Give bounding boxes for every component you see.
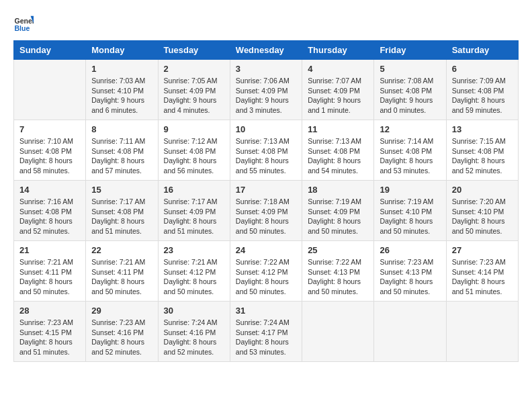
calendar-cell: 22Sunrise: 7:21 AMSunset: 4:11 PMDayligh… (86, 241, 158, 302)
day-info: Sunrise: 7:23 AMSunset: 4:14 PMDaylight:… (452, 257, 513, 297)
day-info: Sunrise: 7:03 AMSunset: 4:10 PMDaylight:… (91, 76, 152, 116)
calendar-cell: 27Sunrise: 7:23 AMSunset: 4:14 PMDayligh… (446, 241, 518, 302)
day-number: 25 (308, 245, 368, 255)
calendar-cell: 1Sunrise: 7:03 AMSunset: 4:10 PMDaylight… (86, 60, 158, 120)
day-number: 11 (308, 124, 368, 134)
calendar-cell (374, 302, 446, 362)
weekday-header-monday: Monday (86, 41, 158, 60)
day-info: Sunrise: 7:22 AMSunset: 4:12 PMDaylight:… (236, 257, 296, 297)
day-number: 24 (236, 245, 296, 255)
week-row-2: 7Sunrise: 7:10 AMSunset: 4:08 PMDaylight… (14, 120, 519, 181)
day-number: 4 (308, 64, 368, 74)
day-info: Sunrise: 7:21 AMSunset: 4:12 PMDaylight:… (164, 257, 224, 297)
day-info: Sunrise: 7:08 AMSunset: 4:08 PMDaylight:… (380, 76, 440, 116)
day-info: Sunrise: 7:24 AMSunset: 4:16 PMDaylight:… (164, 318, 224, 357)
day-number: 14 (19, 185, 80, 195)
day-number: 5 (380, 64, 440, 74)
day-number: 23 (164, 245, 224, 255)
day-info: Sunrise: 7:19 AMSunset: 4:10 PMDaylight:… (380, 197, 440, 236)
weekday-header-thursday: Thursday (302, 41, 374, 60)
calendar-cell (446, 302, 518, 362)
day-number: 21 (19, 245, 80, 255)
day-number: 27 (452, 245, 513, 255)
calendar-cell: 17Sunrise: 7:18 AMSunset: 4:09 PMDayligh… (230, 181, 302, 241)
week-row-1: 1Sunrise: 7:03 AMSunset: 4:10 PMDaylight… (14, 60, 519, 120)
calendar-cell: 2Sunrise: 7:05 AMSunset: 4:09 PMDaylight… (158, 60, 230, 120)
calendar-cell: 6Sunrise: 7:09 AMSunset: 4:08 PMDaylight… (446, 60, 518, 120)
calendar-cell: 13Sunrise: 7:15 AMSunset: 4:08 PMDayligh… (446, 120, 518, 181)
calendar-cell: 18Sunrise: 7:19 AMSunset: 4:09 PMDayligh… (302, 181, 374, 241)
calendar-cell: 5Sunrise: 7:08 AMSunset: 4:08 PMDaylight… (374, 60, 446, 120)
calendar-cell: 7Sunrise: 7:10 AMSunset: 4:08 PMDaylight… (14, 120, 86, 181)
day-number: 6 (452, 64, 513, 74)
day-number: 22 (91, 245, 152, 255)
calendar-cell: 3Sunrise: 7:06 AMSunset: 4:09 PMDaylight… (230, 60, 302, 120)
weekday-header-saturday: Saturday (446, 41, 518, 60)
calendar-cell: 8Sunrise: 7:11 AMSunset: 4:08 PMDaylight… (86, 120, 158, 181)
day-info: Sunrise: 7:21 AMSunset: 4:11 PMDaylight:… (91, 257, 152, 297)
weekday-header-sunday: Sunday (14, 41, 86, 60)
day-number: 2 (164, 64, 224, 74)
calendar-cell: 15Sunrise: 7:17 AMSunset: 4:08 PMDayligh… (86, 181, 158, 241)
day-info: Sunrise: 7:18 AMSunset: 4:09 PMDaylight:… (236, 197, 296, 236)
day-info: Sunrise: 7:17 AMSunset: 4:08 PMDaylight:… (91, 197, 152, 236)
calendar-cell: 29Sunrise: 7:23 AMSunset: 4:16 PMDayligh… (86, 302, 158, 362)
day-info: Sunrise: 7:20 AMSunset: 4:10 PMDaylight:… (452, 197, 513, 236)
day-number: 17 (236, 185, 296, 195)
logo: General Blue (13, 13, 36, 34)
day-info: Sunrise: 7:14 AMSunset: 4:08 PMDaylight:… (380, 136, 440, 176)
day-number: 10 (236, 124, 296, 134)
day-info: Sunrise: 7:23 AMSunset: 4:16 PMDaylight:… (91, 318, 152, 357)
day-info: Sunrise: 7:23 AMSunset: 4:15 PMDaylight:… (19, 318, 80, 357)
day-number: 31 (236, 306, 296, 316)
day-info: Sunrise: 7:23 AMSunset: 4:13 PMDaylight:… (380, 257, 440, 297)
day-info: Sunrise: 7:11 AMSunset: 4:08 PMDaylight:… (91, 136, 152, 176)
calendar-cell: 28Sunrise: 7:23 AMSunset: 4:15 PMDayligh… (14, 302, 86, 362)
day-info: Sunrise: 7:07 AMSunset: 4:09 PMDaylight:… (308, 76, 368, 116)
day-info: Sunrise: 7:09 AMSunset: 4:08 PMDaylight:… (452, 76, 513, 116)
day-number: 13 (452, 124, 513, 134)
day-number: 9 (164, 124, 224, 134)
day-number: 28 (19, 306, 80, 316)
calendar-cell: 20Sunrise: 7:20 AMSunset: 4:10 PMDayligh… (446, 181, 518, 241)
weekday-header-wednesday: Wednesday (230, 41, 302, 60)
day-number: 7 (19, 124, 80, 134)
day-number: 26 (380, 245, 440, 255)
week-row-4: 21Sunrise: 7:21 AMSunset: 4:11 PMDayligh… (14, 241, 519, 302)
day-info: Sunrise: 7:10 AMSunset: 4:08 PMDaylight:… (19, 136, 80, 176)
calendar-cell: 30Sunrise: 7:24 AMSunset: 4:16 PMDayligh… (158, 302, 230, 362)
calendar-cell: 11Sunrise: 7:13 AMSunset: 4:08 PMDayligh… (302, 120, 374, 181)
day-number: 30 (164, 306, 224, 316)
calendar-cell (14, 60, 86, 120)
day-number: 1 (91, 64, 152, 74)
calendar-cell (302, 302, 374, 362)
day-info: Sunrise: 7:13 AMSunset: 4:08 PMDaylight:… (236, 136, 296, 176)
weekday-header-row: SundayMondayTuesdayWednesdayThursdayFrid… (14, 41, 519, 60)
calendar-cell: 25Sunrise: 7:22 AMSunset: 4:13 PMDayligh… (302, 241, 374, 302)
week-row-5: 28Sunrise: 7:23 AMSunset: 4:15 PMDayligh… (14, 302, 519, 362)
weekday-header-tuesday: Tuesday (158, 41, 230, 60)
svg-text:Blue: Blue (15, 24, 30, 32)
page-header: General Blue (13, 13, 519, 34)
calendar-cell: 12Sunrise: 7:14 AMSunset: 4:08 PMDayligh… (374, 120, 446, 181)
calendar-cell: 23Sunrise: 7:21 AMSunset: 4:12 PMDayligh… (158, 241, 230, 302)
day-info: Sunrise: 7:13 AMSunset: 4:08 PMDaylight:… (308, 136, 368, 176)
day-info: Sunrise: 7:19 AMSunset: 4:09 PMDaylight:… (308, 197, 368, 236)
logo-icon: General Blue (13, 13, 34, 34)
weekday-header-friday: Friday (374, 41, 446, 60)
calendar-cell: 26Sunrise: 7:23 AMSunset: 4:13 PMDayligh… (374, 241, 446, 302)
day-info: Sunrise: 7:06 AMSunset: 4:09 PMDaylight:… (236, 76, 296, 116)
day-info: Sunrise: 7:22 AMSunset: 4:13 PMDaylight:… (308, 257, 368, 297)
day-number: 20 (452, 185, 513, 195)
day-info: Sunrise: 7:24 AMSunset: 4:17 PMDaylight:… (236, 318, 296, 357)
day-number: 3 (236, 64, 296, 74)
calendar-cell: 16Sunrise: 7:17 AMSunset: 4:09 PMDayligh… (158, 181, 230, 241)
calendar-cell: 24Sunrise: 7:22 AMSunset: 4:12 PMDayligh… (230, 241, 302, 302)
day-number: 18 (308, 185, 368, 195)
day-info: Sunrise: 7:05 AMSunset: 4:09 PMDaylight:… (164, 76, 224, 116)
day-number: 8 (91, 124, 152, 134)
calendar-cell: 19Sunrise: 7:19 AMSunset: 4:10 PMDayligh… (374, 181, 446, 241)
calendar-table: SundayMondayTuesdayWednesdayThursdayFrid… (13, 40, 519, 362)
day-number: 12 (380, 124, 440, 134)
day-info: Sunrise: 7:12 AMSunset: 4:08 PMDaylight:… (164, 136, 224, 176)
